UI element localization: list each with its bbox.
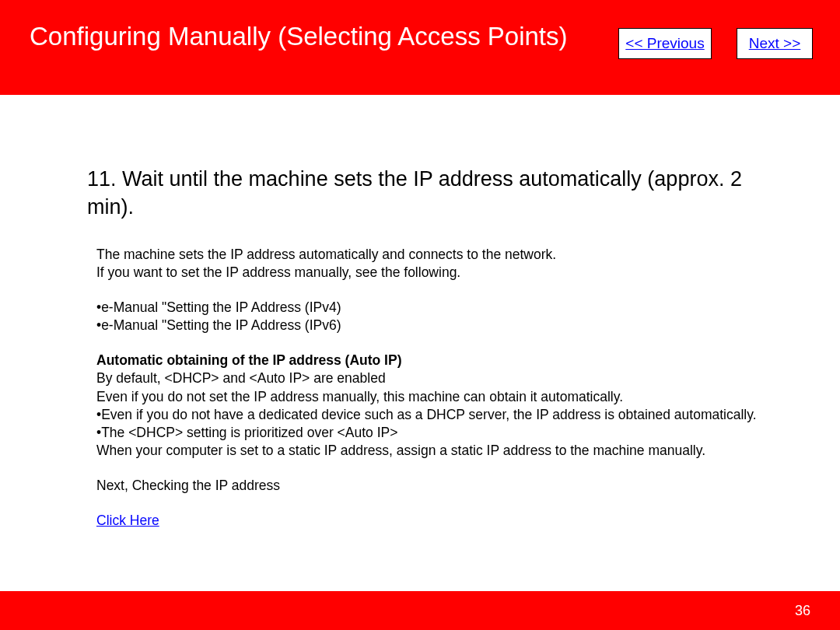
bullet-line: •e-Manual "Setting the IP Address (IPv4) <box>96 299 773 317</box>
subheading: Automatic obtaining of the IP address (A… <box>96 352 773 369</box>
footer-bar: 36 <box>0 591 840 630</box>
paragraph: The machine sets the IP address automati… <box>96 246 773 264</box>
paragraph: Even if you do not set the IP address ma… <box>96 388 773 406</box>
paragraph: If you want to set the IP address manual… <box>96 264 773 282</box>
step-heading: 11. Wait until the machine sets the IP a… <box>87 165 748 222</box>
click-here-link[interactable]: Click Here <box>96 513 159 528</box>
bullet-line: •The <DHCP> setting is prioritized over … <box>96 424 773 442</box>
page-number: 36 <box>795 603 810 619</box>
body-text: The machine sets the IP address automati… <box>96 246 773 530</box>
header-bar: Configuring Manually (Selecting Access P… <box>0 0 840 95</box>
content-area: 11. Wait until the machine sets the IP a… <box>0 95 840 591</box>
bullet-line: •Even if you do not have a dedicated dev… <box>96 406 773 424</box>
bullet-line: •e-Manual "Setting the IP Address (IPv6) <box>96 317 773 334</box>
previous-link-label: << Previous <box>625 35 704 52</box>
next-button[interactable]: Next >> <box>737 28 813 59</box>
paragraph: When your computer is set to a static IP… <box>96 442 773 460</box>
paragraph: By default, <DHCP> and <Auto IP> are ena… <box>96 369 773 387</box>
previous-button[interactable]: << Previous <box>618 28 712 59</box>
next-link-label: Next >> <box>749 35 801 52</box>
paragraph: Next, Checking the IP address <box>96 477 773 495</box>
